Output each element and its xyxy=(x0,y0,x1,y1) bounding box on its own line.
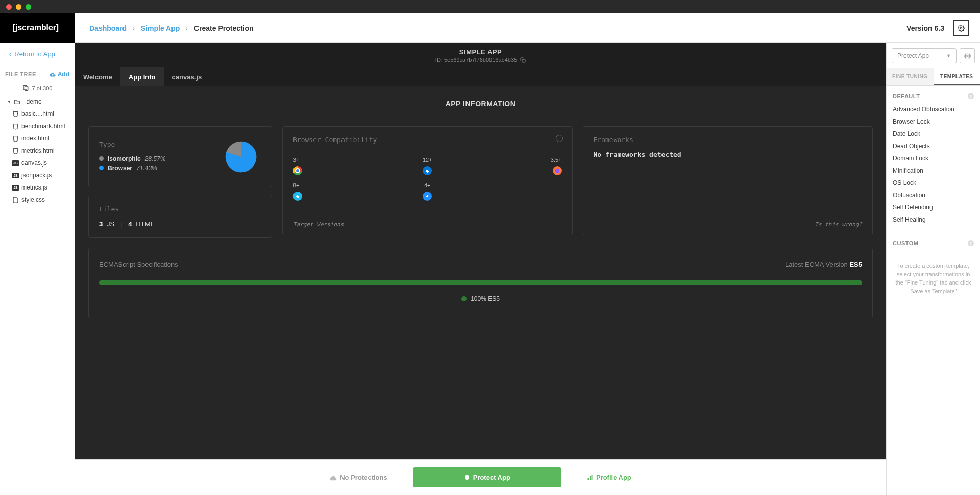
breadcrumb-dashboard[interactable]: Dashboard xyxy=(89,24,127,32)
file-name: style.css xyxy=(21,196,45,203)
add-file-label: Add xyxy=(58,70,69,78)
target-versions-link[interactable]: Target Versions xyxy=(293,221,344,228)
protect-dd-label: Protect App xyxy=(897,52,929,59)
mac-titlebar xyxy=(0,0,980,13)
chevron-right-icon: › xyxy=(133,25,135,31)
gear-icon xyxy=(964,53,971,59)
template-item[interactable]: Advanced Obfuscation xyxy=(893,103,974,115)
html-file-icon xyxy=(12,148,19,154)
tree-file[interactable]: JSmetrics.js xyxy=(0,181,75,194)
tree-file[interactable]: index.html xyxy=(0,132,75,145)
app-header: SIMPLE APP ID: 5e569ca7b7f76b0016ab4b35 xyxy=(75,43,886,67)
ie-icon xyxy=(293,192,302,201)
chevron-right-icon: › xyxy=(186,25,188,31)
protect-app-dropdown[interactable]: Protect App ▼ xyxy=(892,48,957,63)
html-count: 4 xyxy=(128,220,132,228)
chevron-left-icon: ‹ xyxy=(9,50,11,58)
no-protections-label: No Protections xyxy=(330,474,387,481)
file-name: basic....html xyxy=(21,110,54,117)
copy-icon[interactable] xyxy=(520,57,526,63)
tree-file[interactable]: JScanvas.js xyxy=(0,157,75,169)
tree-file[interactable]: basic....html xyxy=(0,108,75,120)
svg-rect-7 xyxy=(590,476,591,480)
template-item[interactable]: Date Lock xyxy=(893,128,974,140)
template-item[interactable]: Self Defending xyxy=(893,201,974,214)
add-file-button[interactable]: Add xyxy=(50,70,69,78)
mac-min-icon[interactable] xyxy=(16,4,21,10)
settings-button[interactable] xyxy=(953,20,969,36)
ie-version: 8+ xyxy=(293,182,300,188)
folder-label: _demo xyxy=(23,98,42,105)
mac-max-icon[interactable] xyxy=(26,4,31,10)
file-tree-heading: FILE TREE xyxy=(5,71,36,77)
info-icon[interactable]: i xyxy=(556,135,563,142)
tree-file[interactable]: benchmark.html xyxy=(0,120,75,132)
is-this-wrong-link[interactable]: Is this wrong? xyxy=(815,221,862,228)
return-label: Return to App xyxy=(14,50,55,58)
js-file-icon: JS xyxy=(12,173,19,178)
browser-compat-label: Browser Compatibility xyxy=(293,136,562,144)
legend-iso-label: Isomorphic xyxy=(108,155,141,162)
tree-file[interactable]: metrics.html xyxy=(0,145,75,157)
frameworks-card: Frameworks No frameworks detected Is thi… xyxy=(583,126,873,235)
html-file-icon xyxy=(12,135,19,142)
no-protections-text: No Protections xyxy=(340,474,387,481)
ecma-card: ECMAScript Specifications Latest ECMA Ve… xyxy=(88,248,873,318)
profile-app-link[interactable]: Profile App xyxy=(587,474,631,481)
template-item[interactable]: Minification xyxy=(893,164,974,177)
legend-brw-label: Browser xyxy=(108,164,132,172)
default-heading: DEFAULT xyxy=(893,93,920,99)
cloud-icon xyxy=(330,475,337,481)
tab-welcome[interactable]: Welcome xyxy=(75,67,120,86)
file-count: 7 of 300 xyxy=(0,83,75,96)
file-name: canvas.js xyxy=(21,159,47,167)
section-title: APP INFORMATION xyxy=(75,100,886,108)
folder-icon xyxy=(14,99,20,105)
safari-version: 4+ xyxy=(424,182,431,188)
sidebar-right: Protect App ▼ FINE TUNING TEMPLATES DEFA… xyxy=(886,43,980,495)
template-item[interactable]: Domain Lock xyxy=(893,152,974,164)
template-item[interactable]: Dead Objects xyxy=(893,140,974,152)
template-item[interactable]: Self Healing xyxy=(893,214,974,226)
profile-app-label: Profile App xyxy=(596,474,631,481)
js-count: 3 xyxy=(99,220,103,228)
app-name: SIMPLE APP xyxy=(75,48,886,56)
custom-heading: CUSTOM xyxy=(893,240,918,246)
settings-button-small[interactable] xyxy=(960,48,975,63)
help-icon[interactable]: ? xyxy=(968,240,974,246)
main-tabs: Welcome App Info canvas.js xyxy=(75,67,886,86)
caret-down-icon: ▼ xyxy=(7,100,11,104)
return-to-app-link[interactable]: ‹ Return to App xyxy=(0,43,75,65)
legend-iso-pct: 28.57% xyxy=(145,155,166,162)
chevron-down-icon: ▼ xyxy=(946,53,951,58)
tree-folder-demo[interactable]: ▼ _demo xyxy=(0,96,75,108)
help-icon[interactable]: ? xyxy=(968,93,974,99)
protect-app-label: Protect App xyxy=(473,474,510,481)
template-item[interactable]: Obfuscation xyxy=(893,189,974,201)
protect-app-button[interactable]: Protect App xyxy=(413,467,561,487)
file-tree: ▼ _demo basic....htmlbenchmark.htmlindex… xyxy=(0,96,75,206)
files-line: 3 JS | 4 HTML xyxy=(99,220,261,228)
mac-close-icon[interactable] xyxy=(6,4,12,10)
tab-app-info[interactable]: App Info xyxy=(120,67,164,86)
html-file-icon xyxy=(12,123,19,130)
tree-file[interactable]: style.css xyxy=(0,194,75,206)
tree-file[interactable]: JSjsonpack.js xyxy=(0,169,75,181)
files-card: Files 3 JS | 4 HTML xyxy=(88,196,272,238)
template-item[interactable]: Browser Lock xyxy=(893,115,974,128)
files-label: Files xyxy=(99,205,261,213)
tab-templates[interactable]: TEMPLATES xyxy=(934,68,981,85)
frameworks-text: No frameworks detected xyxy=(594,151,863,158)
file-name: metrics.js xyxy=(21,184,47,191)
file-name: jsonpack.js xyxy=(21,172,52,179)
logo[interactable]: [jscrambler] xyxy=(0,13,75,43)
tab-fine-tuning[interactable]: FINE TUNING xyxy=(887,68,934,85)
breadcrumb-simple-app[interactable]: Simple App xyxy=(141,24,180,32)
js-file-icon: JS xyxy=(12,185,19,191)
progress-label: 100% ES5 xyxy=(471,295,500,302)
breadcrumb-current: Create Protection xyxy=(194,24,254,32)
tab-canvas-js[interactable]: canvas.js xyxy=(164,67,210,86)
template-item[interactable]: OS Lock xyxy=(893,177,974,189)
legend-dot-brw-icon xyxy=(99,166,104,170)
topbar: [jscrambler] Dashboard › Simple App › Cr… xyxy=(0,13,980,43)
